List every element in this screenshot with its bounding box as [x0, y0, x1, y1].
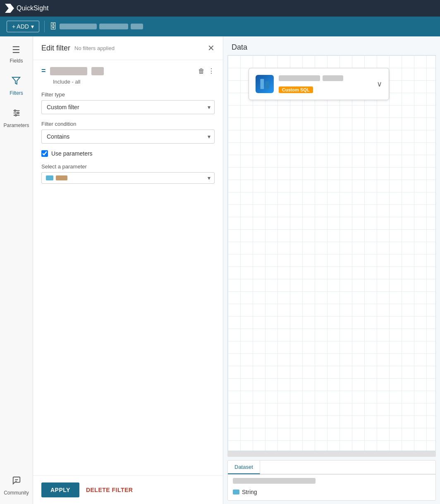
param-select-display[interactable] [41, 172, 215, 184]
breadcrumb-part3 [131, 24, 143, 29]
main-layout: ☰ Fields Filters Para [0, 36, 440, 504]
svg-point-4 [14, 110, 16, 112]
dataset-panel: Dataset String [227, 460, 436, 501]
datasource-info: Custom SQL [279, 75, 372, 93]
filter-panel: Edit filter No filters applied ✕ = 🗑 ⋮ I… [33, 36, 223, 504]
filter-row-actions: 🗑 ⋮ [198, 67, 215, 75]
filter-type-select-wrapper: Custom filter Filter list Top and bottom… [41, 100, 215, 114]
include-all-label: Include - all [53, 79, 215, 85]
dataset-fields: String [228, 475, 435, 500]
field-string-label: String [242, 489, 257, 495]
param-tag-blue-icon [46, 175, 53, 180]
app-name: QuickSight [17, 5, 48, 12]
sidebar-item-parameters-label: Parameters [3, 122, 29, 128]
data-header: Data [223, 36, 440, 55]
apply-button[interactable]: APPLY [41, 482, 79, 497]
ds-name-blur1 [279, 75, 320, 81]
filter-header-left: Edit filter No filters applied [41, 44, 115, 53]
field-string-row: String [233, 487, 430, 497]
app-logo: QuickSight [5, 4, 48, 13]
datasource-card: Custom SQL ∨ [249, 68, 389, 100]
svg-rect-7 [261, 79, 264, 89]
string-type-icon [233, 490, 239, 494]
filter-condition-select[interactable]: Contains Does not contain Starts with En… [41, 130, 215, 144]
close-filter-button[interactable]: ✕ [208, 43, 215, 53]
use-parameters-row: Use parameters [41, 150, 215, 157]
filter-header: Edit filter No filters applied ✕ [33, 36, 223, 60]
use-parameters-checkbox[interactable] [41, 150, 48, 157]
dataset-tab-spacer [260, 461, 435, 474]
equals-icon: = [41, 67, 46, 75]
filter-subtitle: No filters applied [74, 45, 115, 51]
sidebar-item-filters-label: Filters [10, 90, 23, 96]
second-bar: + ADD ▾ 🗄 [0, 17, 440, 36]
filter-tag1 [50, 67, 87, 75]
sidebar-item-community[interactable]: Community [4, 476, 29, 496]
filter-condition-label: Filter condition [41, 121, 215, 127]
delete-filter-button[interactable]: DELETE FILTER [86, 487, 133, 493]
param-tag-brown-icon [56, 175, 67, 180]
ds-name-blur2 [323, 75, 343, 81]
field-blur-row [233, 478, 316, 484]
svg-marker-0 [12, 77, 20, 84]
horizontal-scrollbar[interactable] [227, 451, 436, 457]
filter-tag-row: = 🗑 ⋮ [41, 67, 215, 75]
param-select-wrapper: ▾ [41, 172, 215, 184]
filters-icon [12, 76, 21, 88]
add-button[interactable]: + ADD ▾ [7, 21, 39, 32]
filter-title: Edit filter [41, 44, 70, 53]
breadcrumb-icon: 🗄 [50, 22, 57, 31]
use-parameters-label: Use parameters [51, 150, 93, 157]
breadcrumb-part1 [60, 24, 97, 29]
add-button-label: + ADD [12, 23, 29, 30]
data-canvas: ◀ Custom SQL ∨ [227, 55, 436, 451]
delete-filter-icon-button[interactable]: 🗑 [198, 67, 205, 75]
data-panel: Data ◀ Custom SQL [223, 36, 440, 504]
datasource-icon [256, 75, 274, 93]
svg-point-6 [15, 115, 17, 116]
left-sidebar: ☰ Fields Filters Para [0, 36, 33, 504]
svg-point-5 [17, 112, 19, 114]
more-options-button[interactable]: ⋮ [208, 67, 215, 75]
sidebar-item-filters[interactable]: Filters [10, 76, 23, 96]
parameters-icon [12, 108, 21, 120]
sidebar-item-fields-label: Fields [10, 58, 23, 64]
bar-divider [44, 21, 45, 32]
community-icon [12, 476, 21, 487]
collapse-handle[interactable]: ◀ [227, 245, 228, 262]
breadcrumb-part2 [99, 24, 128, 29]
add-dropdown-icon: ▾ [31, 23, 34, 30]
filter-condition-select-wrapper: Contains Does not contain Starts with En… [41, 130, 215, 144]
dataset-tab[interactable]: Dataset [228, 461, 260, 474]
top-nav: QuickSight [0, 0, 440, 17]
svg-rect-8 [265, 81, 269, 89]
select-parameter-label: Select a parameter [41, 163, 215, 170]
filter-tag2 [91, 67, 104, 75]
filter-type-select[interactable]: Custom filter Filter list Top and bottom… [41, 100, 215, 114]
custom-sql-badge: Custom SQL [279, 86, 313, 93]
logo-icon [5, 4, 14, 13]
dataset-tabs: Dataset [228, 461, 435, 475]
sidebar-item-community-label: Community [4, 490, 29, 496]
filter-type-label: Filter type [41, 91, 215, 98]
ds-expand-button[interactable]: ∨ [377, 79, 382, 89]
fields-icon: ☰ [12, 45, 20, 55]
breadcrumb: 🗄 [50, 22, 143, 31]
filter-body: = 🗑 ⋮ Include - all Filter type Custom f… [33, 60, 223, 475]
sidebar-item-parameters[interactable]: Parameters [3, 108, 29, 128]
grid-background [228, 55, 435, 451]
filter-actions: APPLY DELETE FILTER [33, 475, 223, 504]
sidebar-item-fields[interactable]: ☰ Fields [10, 45, 23, 64]
